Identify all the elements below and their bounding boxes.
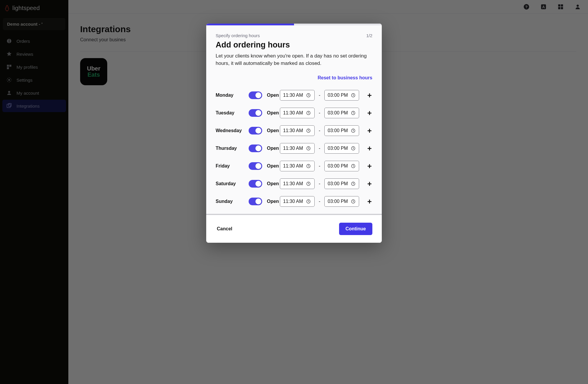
time-from-value: 11:30 AM — [283, 93, 303, 98]
day-open-label: Open — [266, 181, 280, 186]
clock-icon — [351, 164, 356, 168]
clock-icon — [306, 181, 311, 186]
time-to-input[interactable]: 03:00 PM — [324, 196, 359, 207]
day-row: FridayOpen11:30 AM-03:00 PM+ — [216, 157, 372, 175]
time-to-input[interactable]: 03:00 PM — [324, 90, 359, 101]
time-from-value: 11:30 AM — [283, 128, 303, 133]
time-from-input[interactable]: 11:30 AM — [280, 143, 315, 154]
time-to-value: 03:00 PM — [328, 199, 348, 204]
day-open-label: Open — [266, 128, 280, 133]
clock-icon — [306, 146, 311, 151]
time-range-dash: - — [319, 181, 320, 186]
modal-title: Add ordering hours — [216, 40, 372, 50]
time-to-input[interactable]: 03:00 PM — [324, 161, 359, 171]
clock-icon — [351, 146, 356, 151]
reset-to-business-hours-link[interactable]: Reset to business hours — [318, 75, 372, 81]
day-row: SaturdayOpen11:30 AM-03:00 PM+ — [216, 175, 372, 193]
day-open-label: Open — [266, 199, 280, 204]
time-to-input[interactable]: 03:00 PM — [324, 108, 359, 118]
add-time-range-button[interactable]: + — [366, 109, 373, 117]
time-from-input[interactable]: 11:30 AM — [280, 178, 315, 189]
clock-icon — [306, 93, 311, 98]
time-from-value: 11:30 AM — [283, 181, 303, 186]
day-row: MondayOpen11:30 AM-03:00 PM+ — [216, 86, 372, 104]
time-from-input[interactable]: 11:30 AM — [280, 196, 315, 207]
day-open-toggle[interactable] — [249, 109, 262, 117]
clock-icon — [351, 111, 356, 115]
day-name: Tuesday — [216, 110, 249, 116]
add-time-range-button[interactable]: + — [366, 127, 373, 134]
add-time-range-button[interactable]: + — [366, 145, 373, 152]
day-row: TuesdayOpen11:30 AM-03:00 PM+ — [216, 104, 372, 122]
continue-button[interactable]: Continue — [339, 223, 372, 235]
time-to-input[interactable]: 03:00 PM — [324, 143, 359, 154]
day-name: Friday — [216, 163, 249, 169]
time-to-value: 03:00 PM — [328, 146, 348, 151]
modal-step-counter: 1/2 — [366, 33, 372, 38]
day-name: Sunday — [216, 199, 249, 204]
time-to-value: 03:00 PM — [328, 163, 348, 169]
day-open-toggle[interactable] — [249, 91, 262, 99]
clock-icon — [306, 111, 311, 115]
time-range-dash: - — [319, 146, 320, 151]
day-open-toggle[interactable] — [249, 145, 262, 152]
day-row: WednesdayOpen11:30 AM-03:00 PM+ — [216, 122, 372, 140]
time-to-value: 03:00 PM — [328, 110, 348, 116]
time-to-input[interactable]: 03:00 PM — [324, 125, 359, 136]
time-from-input[interactable]: 11:30 AM — [280, 161, 315, 171]
time-range-dash: - — [319, 110, 320, 116]
cancel-button[interactable]: Cancel — [216, 223, 233, 234]
time-range-dash: - — [319, 199, 320, 204]
clock-icon — [351, 93, 356, 98]
add-time-range-button[interactable]: + — [366, 198, 373, 205]
time-from-value: 11:30 AM — [283, 163, 303, 169]
day-open-toggle[interactable] — [249, 198, 262, 205]
day-name: Thursday — [216, 146, 249, 151]
time-from-value: 11:30 AM — [283, 110, 303, 116]
time-to-input[interactable]: 03:00 PM — [324, 178, 359, 189]
day-open-toggle[interactable] — [249, 162, 262, 170]
day-rows: MondayOpen11:30 AM-03:00 PM+TuesdayOpen1… — [206, 86, 382, 215]
modal-step-label: Specify ordering hours — [216, 33, 260, 38]
modal-footer: Cancel Continue — [206, 215, 382, 243]
day-row: ThursdayOpen11:30 AM-03:00 PM+ — [216, 140, 372, 157]
clock-icon — [351, 128, 356, 133]
clock-icon — [306, 164, 311, 168]
time-from-input[interactable]: 11:30 AM — [280, 108, 315, 118]
time-range-dash: - — [319, 163, 320, 169]
clock-icon — [351, 181, 356, 186]
add-time-range-button[interactable]: + — [366, 180, 373, 188]
day-name: Monday — [216, 93, 249, 98]
ordering-hours-modal: Specify ordering hours 1/2 Add ordering … — [206, 24, 382, 243]
modal-description: Let your clients know when you're open. … — [216, 52, 372, 67]
clock-icon — [306, 199, 311, 204]
time-to-value: 03:00 PM — [328, 128, 348, 133]
time-from-value: 11:30 AM — [283, 146, 303, 151]
time-range-dash: - — [319, 128, 320, 133]
day-open-label: Open — [266, 110, 280, 116]
day-row: SundayOpen11:30 AM-03:00 PM+ — [216, 193, 372, 210]
time-from-input[interactable]: 11:30 AM — [280, 125, 315, 136]
time-to-value: 03:00 PM — [328, 93, 348, 98]
clock-icon — [351, 199, 356, 204]
day-name: Wednesday — [216, 128, 249, 133]
day-open-label: Open — [266, 146, 280, 151]
add-time-range-button[interactable]: + — [366, 91, 373, 99]
clock-icon — [306, 128, 311, 133]
day-open-label: Open — [266, 93, 280, 98]
day-name: Saturday — [216, 181, 249, 186]
day-open-toggle[interactable] — [249, 180, 262, 188]
time-from-input[interactable]: 11:30 AM — [280, 90, 315, 101]
time-range-dash: - — [319, 93, 320, 98]
day-open-label: Open — [266, 163, 280, 169]
time-from-value: 11:30 AM — [283, 199, 303, 204]
add-time-range-button[interactable]: + — [366, 162, 373, 170]
day-open-toggle[interactable] — [249, 127, 262, 134]
time-to-value: 03:00 PM — [328, 181, 348, 186]
